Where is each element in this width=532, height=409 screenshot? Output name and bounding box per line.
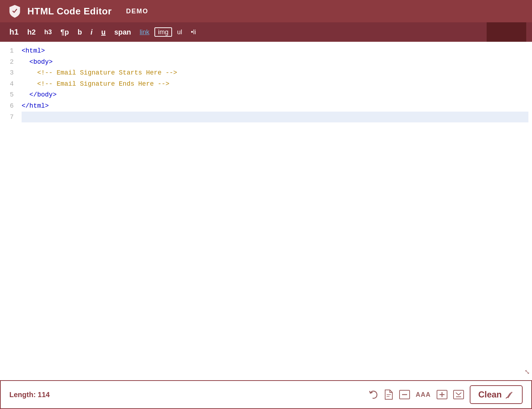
clean-button[interactable]: Clean	[470, 385, 523, 404]
bottom-bar: Length: 114 AAA	[0, 380, 532, 409]
italic-button[interactable]: i	[87, 27, 96, 37]
line-number: 5	[5, 89, 14, 100]
code-line: <html>	[22, 45, 528, 57]
code-token: <!-- Email Signature Ends Here -->	[22, 78, 169, 90]
paragraph-button[interactable]: ¶p	[57, 27, 72, 37]
app-header: HTML Code Editor DEMO	[0, 0, 532, 22]
toolbar: h1 h2 h3 ¶p b i u span link img ul •li	[0, 22, 532, 42]
collapse-icon[interactable]	[453, 390, 464, 399]
line-number: 2	[5, 57, 14, 68]
length-label: Length: 114	[9, 391, 50, 399]
svg-line-9	[506, 397, 507, 398]
code-line-active[interactable]	[22, 112, 528, 123]
code-token: <body>	[22, 57, 53, 68]
line-numbers: 1 2 3 4 5 6 7	[0, 42, 17, 380]
code-area[interactable]: <html> <body> <!-- Email Signature Start…	[17, 42, 532, 380]
code-token	[22, 112, 26, 123]
h3-button[interactable]: h3	[41, 27, 55, 37]
li-button[interactable]: •li	[187, 27, 199, 37]
code-line: </body>	[22, 89, 528, 100]
new-file-icon[interactable]	[384, 389, 393, 400]
decrease-font-icon[interactable]	[399, 390, 410, 399]
span-button[interactable]: span	[111, 27, 135, 37]
bottom-actions: AAA Clean	[368, 385, 523, 404]
color-swatch[interactable]	[487, 22, 526, 42]
increase-font-icon[interactable]	[437, 390, 447, 399]
line-number: 7	[5, 112, 14, 123]
broom-icon	[505, 390, 514, 399]
clean-button-label: Clean	[478, 390, 502, 400]
line-number: 3	[5, 67, 14, 78]
code-token: <!-- Email Signature Starts Here -->	[22, 67, 177, 78]
code-token: </html>	[22, 100, 49, 112]
resize-handle[interactable]: ⤡	[524, 367, 530, 378]
underline-button[interactable]: u	[98, 27, 109, 37]
code-token: <html>	[22, 45, 45, 57]
code-token: </body>	[22, 89, 57, 100]
link-button[interactable]: link	[136, 27, 153, 37]
font-size-icon[interactable]: AAA	[416, 391, 431, 399]
code-line: </html>	[22, 100, 528, 112]
bold-button[interactable]: b	[74, 27, 85, 37]
line-number: 1	[5, 45, 14, 57]
h2-button[interactable]: h2	[24, 27, 39, 37]
app-logo	[7, 4, 22, 19]
ul-button[interactable]: ul	[173, 27, 186, 37]
line-number: 4	[5, 78, 14, 90]
editor-container: 1 2 3 4 5 6 7 <html> <body> <!-- Email S…	[0, 42, 532, 380]
code-editor-wrapper[interactable]: 1 2 3 4 5 6 7 <html> <body> <!-- Email S…	[0, 42, 532, 380]
code-line: <body>	[22, 57, 528, 68]
undo-icon[interactable]	[368, 390, 378, 400]
line-number: 6	[5, 100, 14, 112]
h1-button[interactable]: h1	[6, 27, 22, 37]
code-line: <!-- Email Signature Starts Here -->	[22, 67, 528, 78]
app-title: HTML Code Editor	[27, 6, 112, 17]
app-demo-label: DEMO	[126, 8, 148, 15]
img-button[interactable]: img	[154, 27, 172, 37]
code-line: <!-- Email Signature Ends Here -->	[22, 78, 528, 90]
